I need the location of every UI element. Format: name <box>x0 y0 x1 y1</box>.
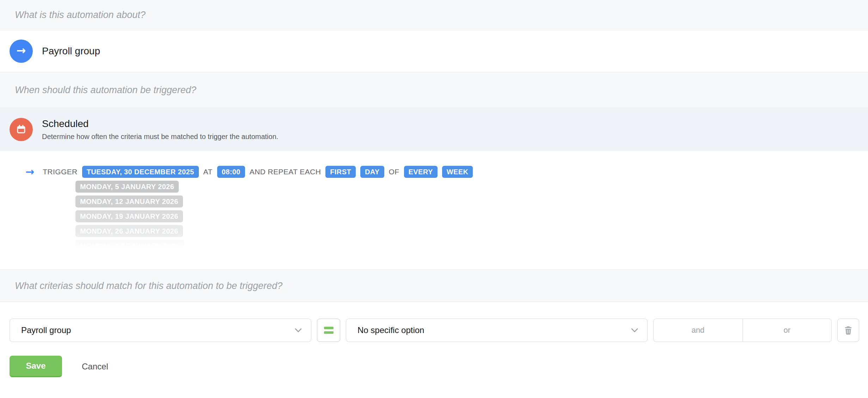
section-header-about: What is this automation about? <box>0 0 868 30</box>
and-button-label: and <box>691 326 704 335</box>
section-header-when-text: When should this automation be triggered… <box>15 85 196 96</box>
automation-subject-item[interactable]: → Payroll group <box>0 30 868 72</box>
chevron-down-icon <box>295 328 302 332</box>
trigger-type-item[interactable]: Scheduled Determine how often the criter… <box>0 108 868 151</box>
frequency-pill[interactable]: EVERY <box>404 166 438 178</box>
arrow-circle-badge: → <box>10 40 33 63</box>
at-label: AT <box>203 168 213 176</box>
criteria-section: Payroll group No specific option and <box>0 302 868 398</box>
arrow-right-icon: → <box>17 45 26 56</box>
equals-operator-button[interactable] <box>317 319 340 342</box>
trigger-type-text: Scheduled Determine how often the criter… <box>42 118 278 141</box>
delete-criteria-button[interactable] <box>837 319 859 342</box>
trigger-arrow-icon: → <box>25 166 34 178</box>
criteria-field-value: Payroll group <box>21 325 71 335</box>
upcoming-date-pill: MONDAY, 12 JANUARY 2026 <box>75 195 183 207</box>
form-actions: Save Cancel <box>10 356 868 377</box>
time-pill[interactable]: 08:00 <box>217 166 245 178</box>
trigger-type-description: Determine how often the criteria must be… <box>42 133 278 141</box>
trigger-type-title: Scheduled <box>42 118 278 129</box>
cancel-button[interactable]: Cancel <box>82 362 108 372</box>
upcoming-date-pill: MONDAY, 26 JANUARY 2026 <box>75 225 183 237</box>
section-header-about-text: What is this automation about? <box>15 10 146 20</box>
calendar-icon <box>16 124 27 135</box>
trigger-label: TRIGGER <box>43 168 77 176</box>
unit-pill[interactable]: DAY <box>360 166 384 178</box>
criteria-row: Payroll group No specific option and <box>10 319 868 342</box>
or-button-label: or <box>783 326 790 335</box>
schedule-sentence: → TRIGGER TUESDAY, 30 DECEMBER 2025 AT 0… <box>25 166 868 178</box>
criteria-value-text: No specific option <box>357 325 424 335</box>
upcoming-dates-list: MONDAY, 5 JANUARY 2026 MONDAY, 12 JANUAR… <box>75 181 224 252</box>
equals-icon <box>324 327 334 329</box>
criteria-value-select[interactable]: No specific option <box>346 319 648 342</box>
or-button[interactable]: or <box>742 319 832 342</box>
section-header-when: When should this automation be triggered… <box>0 72 868 108</box>
period-pill[interactable]: WEEK <box>442 166 473 178</box>
section-header-criteria-text: What criterias should match for this aut… <box>15 281 282 291</box>
upcoming-date-pill: MONDAY, 19 JANUARY 2026 <box>75 210 183 222</box>
repeat-label: AND REPEAT EACH <box>250 168 321 176</box>
section-header-criteria: What criterias should match for this aut… <box>0 270 868 302</box>
and-button[interactable]: and <box>654 319 742 342</box>
of-label: OF <box>389 168 399 176</box>
upcoming-date-pill: MONDAY, 2 FEBRUARY 2026 <box>75 240 184 252</box>
start-date-pill[interactable]: TUESDAY, 30 DECEMBER 2025 <box>82 166 199 178</box>
and-or-group: and or <box>653 319 832 342</box>
trash-icon <box>844 325 853 335</box>
upcoming-date-pill: MONDAY, 5 JANUARY 2026 <box>75 181 179 193</box>
chevron-down-icon <box>631 328 638 332</box>
schedule-config: → TRIGGER TUESDAY, 30 DECEMBER 2025 AT 0… <box>0 151 868 270</box>
criteria-field-select[interactable]: Payroll group <box>10 319 311 342</box>
calendar-circle-badge <box>10 118 33 141</box>
ordinal-pill[interactable]: FIRST <box>325 166 356 178</box>
equals-icon <box>324 331 334 334</box>
automation-editor: What is this automation about? → Payroll… <box>0 0 868 398</box>
save-button[interactable]: Save <box>10 356 62 377</box>
automation-subject-title: Payroll group <box>42 46 100 57</box>
